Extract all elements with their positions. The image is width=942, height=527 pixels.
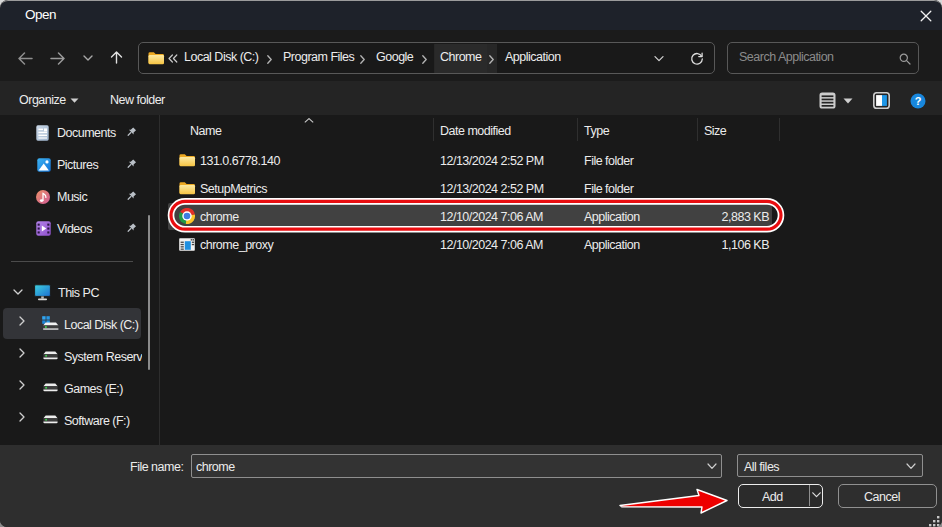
svg-text:?: ? bbox=[915, 94, 922, 106]
